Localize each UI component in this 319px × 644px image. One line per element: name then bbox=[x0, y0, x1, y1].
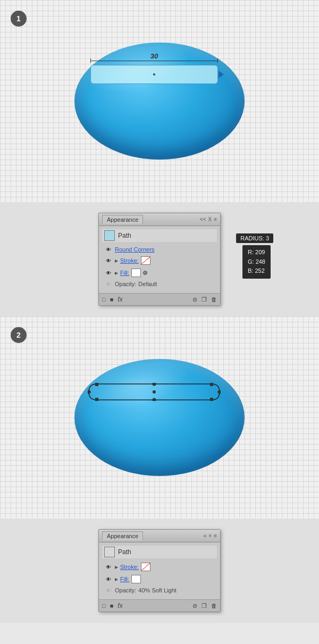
visibility-icon-fill-2[interactable]: 👁 bbox=[104, 576, 113, 582]
panel-row-stroke-2: 👁 ▶ Stroke: bbox=[102, 562, 217, 572]
handle-top-right bbox=[210, 383, 213, 386]
panel-item-name-1: Path bbox=[118, 232, 131, 239]
bezier-path-svg bbox=[88, 383, 221, 401]
panel-row-opacity-1: 👁 Opacity: Default bbox=[102, 280, 217, 288]
fill-label-1[interactable]: Fill: bbox=[120, 270, 129, 276]
opacity-label-2: Opacity: bbox=[115, 587, 136, 593]
expand-arrow-fill-1[interactable]: ▶ bbox=[115, 271, 118, 275]
inner-rectangle-1 bbox=[90, 65, 218, 84]
fill-label-2[interactable]: Fill: bbox=[120, 576, 129, 582]
panel-row-fill-2: 👁 ▶ Fill: bbox=[102, 574, 217, 584]
panel-section-1: Appearance << X ≡ Path 👁 Round Corners R… bbox=[0, 202, 319, 316]
oval-scene-2 bbox=[69, 354, 250, 481]
panel-close-button-2[interactable]: × bbox=[208, 533, 212, 539]
dimension-line: 30 bbox=[90, 57, 218, 64]
handle-top bbox=[153, 383, 156, 386]
duplicate-icon[interactable]: ❐ bbox=[202, 296, 207, 303]
center-dot-1 bbox=[153, 73, 155, 76]
panel-item-name-2: Path bbox=[118, 548, 131, 556]
panel-title-tab-1[interactable]: Appearance bbox=[102, 215, 143, 224]
visibility-icon-opacity-2[interactable]: 👁 bbox=[104, 587, 113, 593]
panel-row-fill-1: 👁 ▶ Fill: bbox=[102, 267, 217, 278]
handle-bottom-left bbox=[95, 398, 98, 401]
panel-row-opacity-2: 👁 Opacity: 40% Soft Light bbox=[102, 586, 217, 595]
panel-row-stroke-1: 👁 ▶ Stroke: bbox=[102, 255, 217, 266]
no-icon-2[interactable]: ⊘ bbox=[192, 603, 197, 609]
stroke-swatch-1[interactable] bbox=[141, 256, 150, 265]
inner-shape-2 bbox=[88, 383, 221, 401]
stroke-label-1[interactable]: Stroke: bbox=[120, 257, 139, 264]
expand-arrow-stroke-2[interactable]: ▶ bbox=[115, 565, 118, 570]
visibility-icon-stroke-1[interactable]: 👁 bbox=[104, 257, 113, 264]
fx-icon-2[interactable]: fx bbox=[117, 602, 122, 609]
handle-bottom bbox=[153, 398, 156, 402]
panel-controls-1: << X ≡ bbox=[200, 216, 217, 222]
handle-left bbox=[88, 390, 91, 394]
panel-collapse-button[interactable]: << bbox=[200, 216, 206, 222]
item-color-swatch-2[interactable] bbox=[104, 547, 115, 557]
scene-section-1: 1 30 bbox=[0, 0, 319, 202]
rgb-tooltip: R: 209G: 248B: 252 bbox=[242, 245, 271, 279]
expand-arrow-fill-2[interactable]: ▶ bbox=[115, 577, 118, 582]
opacity-value-1: Default bbox=[138, 281, 157, 287]
panel-header-row-2: Path bbox=[102, 546, 217, 558]
delete-icon[interactable]: 🗑 bbox=[211, 296, 217, 303]
opacity-label-1: Opacity: bbox=[115, 281, 136, 287]
stroke-swatch-2[interactable] bbox=[141, 563, 150, 571]
round-corners-label[interactable]: Round Corners bbox=[115, 246, 155, 253]
panel-menu-icon[interactable]: ≡ bbox=[214, 216, 217, 222]
outer-oval-2 bbox=[74, 359, 245, 476]
fill-swatch-2[interactable] bbox=[131, 575, 141, 583]
radius-tooltip: RADIUS: 3 bbox=[236, 233, 273, 243]
step-badge-1: 1 bbox=[11, 11, 27, 27]
opacity-value-2: 40% Soft Light bbox=[138, 587, 177, 593]
panel-row-round-corners: 👁 Round Corners RADIUS: 3 R: 209G: 248B:… bbox=[102, 245, 217, 254]
expand-arrow-stroke-1[interactable]: ▶ bbox=[115, 258, 118, 263]
new-sublayer-icon-2[interactable]: ■ bbox=[110, 603, 114, 609]
visibility-icon-fill-1[interactable]: 👁 bbox=[104, 270, 113, 276]
delete-icon-2[interactable]: 🗑 bbox=[211, 603, 217, 609]
panel-titlebar-2: Appearance « × ≡ bbox=[99, 530, 220, 542]
oval-scene-1: 30 bbox=[69, 37, 250, 165]
panel-titlebar-1: Appearance << X ≡ bbox=[99, 213, 220, 226]
visibility-icon-stroke-2[interactable]: 👁 bbox=[104, 564, 113, 570]
panel-footer-1: □ ■ fx ⊘ ❐ 🗑 bbox=[99, 293, 220, 305]
new-layer-icon[interactable]: □ bbox=[102, 296, 106, 303]
appearance-panel-1: Appearance << X ≡ Path 👁 Round Corners R… bbox=[98, 213, 221, 306]
panel-controls-2: « × ≡ bbox=[204, 533, 217, 539]
handle-bottom-right bbox=[210, 398, 213, 401]
dim-arrow-right bbox=[217, 58, 218, 63]
stroke-label-2[interactable]: Stroke: bbox=[120, 564, 139, 570]
visibility-icon-round-corners[interactable]: 👁 bbox=[104, 246, 113, 253]
panel-section-2: Appearance « × ≡ Path 👁 ▶ Stroke: bbox=[0, 518, 319, 623]
handle-top-left bbox=[95, 383, 98, 386]
panel-body-1: Path 👁 Round Corners RADIUS: 3 R: 209G: … bbox=[99, 226, 220, 293]
panel-collapse-button-2[interactable]: « bbox=[204, 533, 207, 539]
step-badge-2: 2 bbox=[11, 327, 27, 343]
panel-menu-icon-2[interactable]: ≡ bbox=[214, 533, 217, 539]
visibility-icon-opacity-1[interactable]: 👁 bbox=[104, 281, 113, 287]
panel-header-row-1: Path bbox=[102, 229, 217, 242]
no-icon[interactable]: ⊘ bbox=[192, 296, 197, 303]
panel-close-button[interactable]: X bbox=[208, 216, 212, 222]
panel-footer-2: □ ■ fx ⊘ ❐ 🗑 bbox=[99, 599, 220, 612]
duplicate-icon-2[interactable]: ❐ bbox=[202, 603, 207, 609]
new-sublayer-icon[interactable]: ■ bbox=[110, 296, 114, 303]
panel-body-2: Path 👁 ▶ Stroke: 👁 ▶ Fill: 👁 Opacity: 40… bbox=[99, 542, 220, 599]
fill-swatch-1[interactable] bbox=[131, 269, 141, 277]
new-layer-icon-2[interactable]: □ bbox=[102, 603, 106, 609]
fill-dot-1 bbox=[143, 271, 147, 275]
handle-right bbox=[218, 390, 221, 394]
item-color-swatch-1[interactable] bbox=[104, 230, 115, 241]
panel-title-tab-2[interactable]: Appearance bbox=[102, 531, 143, 540]
arrow-right-indicator bbox=[219, 71, 224, 78]
dimension-label: 30 bbox=[150, 52, 158, 60]
fx-icon[interactable]: fx bbox=[117, 296, 122, 303]
appearance-panel-2: Appearance « × ≡ Path 👁 ▶ Stroke: bbox=[98, 529, 221, 612]
scene-section-2: 2 bbox=[0, 316, 319, 518]
center-point bbox=[153, 390, 156, 394]
